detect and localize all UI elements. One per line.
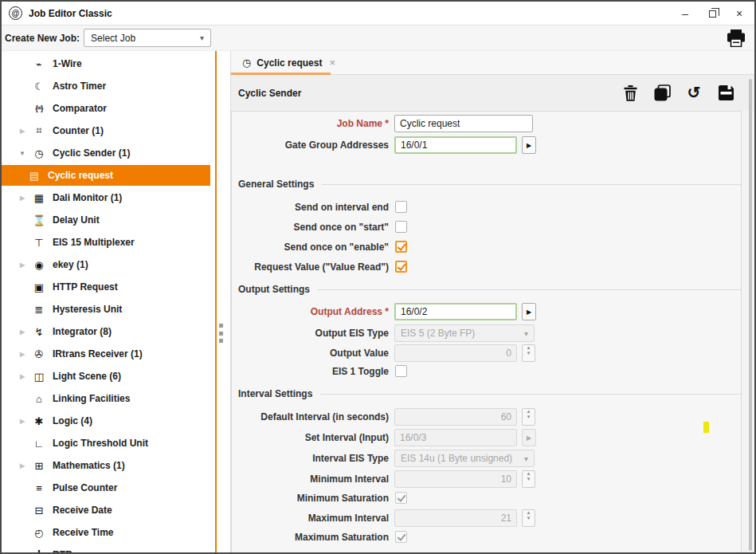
gate-group-addresses-input[interactable] xyxy=(394,136,517,154)
expander-collapsed-icon[interactable]: ▶ xyxy=(18,328,27,336)
expander-collapsed-icon[interactable]: ▶ xyxy=(18,261,27,269)
sidebar-item-light-scene[interactable]: ▶◫Light Scene (6) xyxy=(2,365,210,387)
close-button[interactable]: × xyxy=(732,6,746,21)
sidebar-item-integrator[interactable]: ▶↯Integrator (8) xyxy=(2,320,210,343)
delete-job-button[interactable] xyxy=(621,84,639,102)
output-address-input[interactable] xyxy=(394,303,517,320)
duplicate-job-button[interactable] xyxy=(653,84,671,102)
sidebar-item-mathematics[interactable]: ▶⊞Mathematics (1) xyxy=(2,454,210,477)
sidebar-item-counter[interactable]: ▶⌗Counter (1) xyxy=(2,120,210,142)
item-label: Integrator (8) xyxy=(53,326,112,337)
minimum-saturation-checkbox[interactable] xyxy=(395,492,407,504)
sidebar-item-receive-date[interactable]: ⊟Receive Date xyxy=(2,499,210,521)
sidebar-item-irtrans-receiver[interactable]: ▶✇IRtrans Receiver (1) xyxy=(2,343,210,365)
item-label: Light Scene (6) xyxy=(53,371,121,382)
dali-monitor-icon: ▦ xyxy=(32,192,46,204)
reset-job-button[interactable]: ↺ xyxy=(685,84,703,102)
item-label: ekey (1) xyxy=(53,259,88,270)
form-row-request-value: Request Value ("Value Read") xyxy=(232,261,741,273)
request-value-checkbox[interactable] xyxy=(395,261,407,273)
sidebar-item-linking-facilities[interactable]: ⌂Linking Facilities xyxy=(2,387,210,410)
expander-collapsed-icon[interactable]: ▶ xyxy=(18,351,27,358)
item-label: EIS 15 Multiplexer xyxy=(53,237,135,248)
maximum-interval-spin-buttons[interactable]: ▴▾ xyxy=(522,509,535,527)
sidebar-item-astro-timer[interactable]: ☾Astro Timer xyxy=(2,75,210,97)
minimum-interval-spin-buttons[interactable]: ▴▾ xyxy=(522,470,535,488)
minimum-interval-spinner[interactable] xyxy=(394,470,517,488)
output-address-picker-button[interactable]: ▶ xyxy=(522,303,536,320)
job-name-input[interactable] xyxy=(394,115,533,132)
minimize-button[interactable]: – xyxy=(678,6,692,21)
send-once-on-enable-checkbox[interactable] xyxy=(395,241,407,253)
sidebar-item-1-wire[interactable]: ⌁1-Wire xyxy=(2,53,210,75)
expander-collapsed-icon[interactable]: ▶ xyxy=(18,462,27,470)
expander-collapsed-icon[interactable]: ▶ xyxy=(18,418,27,425)
sidebar-item-comparator[interactable]: {=}Comparator xyxy=(2,97,210,120)
sidebar-item-pulse-counter[interactable]: ≡Pulse Counter xyxy=(2,477,210,499)
save-job-button[interactable] xyxy=(717,84,734,102)
eis-1-toggle-label: EIS 1 Toggle xyxy=(232,365,389,378)
gate-group-picker-button[interactable]: ▶ xyxy=(522,136,536,154)
sidebar-item-logic-threshold-unit[interactable]: ∟Logic Threshold Unit xyxy=(2,432,210,454)
main-scrollbar[interactable] xyxy=(749,79,752,551)
sidebar-item-hysteresis-unit[interactable]: ≣Hysteresis Unit xyxy=(2,298,210,320)
right-arrow-icon: ▶ xyxy=(527,142,531,149)
sidebar-item-cyclic-request[interactable]: ▤Cyclic request xyxy=(2,165,210,186)
sidebar-item-ekey[interactable]: ▶◉ekey (1) xyxy=(2,253,210,276)
send-on-interval-end-checkbox[interactable] xyxy=(395,201,407,213)
send-once-on-start-checkbox[interactable] xyxy=(395,221,407,233)
thermostat-icon: ╏ xyxy=(32,549,46,553)
output-eis-type-select[interactable]: EIS 5 (2 Byte FP) ▾ xyxy=(394,324,535,342)
set-interval-input[interactable] xyxy=(394,429,517,446)
tab-close-icon[interactable]: × xyxy=(329,57,335,69)
app-window: @ Job Editor Classic – × Create New Job:… xyxy=(0,0,756,554)
expander-collapsed-icon[interactable]: ▶ xyxy=(18,373,27,380)
tab-cyclic-request[interactable]: ◷ Cyclic request × xyxy=(231,51,347,74)
sidebar-item-eis15-multiplexer[interactable]: ⊤EIS 15 Multiplexer xyxy=(2,231,210,253)
expander-collapsed-icon[interactable]: ▶ xyxy=(18,128,27,135)
item-label: RTR xyxy=(53,549,72,552)
sidebar-item-rtr[interactable]: ╏RTR xyxy=(2,544,210,552)
sidebar-splitter-handle[interactable] xyxy=(219,324,225,343)
sidebar-item-cyclic-sender[interactable]: ▼◷Cyclic Sender (1) xyxy=(2,142,210,164)
undo-icon: ↺ xyxy=(687,84,701,100)
item-label: 1-Wire xyxy=(53,58,82,69)
form-row-set-interval: Set Interval (Input) ▶ xyxy=(232,429,741,446)
default-interval-spinner[interactable] xyxy=(394,408,517,426)
multiplexer-icon: ⊤ xyxy=(32,237,46,249)
request-value-label: Request Value ("Value Read") xyxy=(232,261,389,273)
eis-1-toggle-checkbox[interactable] xyxy=(395,365,407,377)
chevron-down-icon: ▾ xyxy=(200,33,204,42)
job-settings-form: Job Name * Gate Group Addresses ▶ Genera… xyxy=(231,111,742,553)
interval-settings-title: Interval Settings xyxy=(238,388,312,399)
general-settings-title: General Settings xyxy=(238,179,314,190)
item-label: Logic (4) xyxy=(53,415,92,426)
spin-down-icon: ▾ xyxy=(527,479,531,485)
sidebar-item-logic[interactable]: ▶✱Logic (4) xyxy=(2,410,210,432)
expander-collapsed-icon[interactable]: ▶ xyxy=(18,194,27,202)
maximum-saturation-checkbox[interactable] xyxy=(395,531,407,543)
cyclic-sender-icon: ◷ xyxy=(32,147,46,159)
item-label: Hysteresis Unit xyxy=(53,304,122,315)
send-on-interval-end-label: Send on interval end xyxy=(232,201,389,214)
sidebar-item-receive-time[interactable]: ◴Receive Time xyxy=(2,521,210,544)
minimum-interval-label: Minimum Interval xyxy=(232,470,389,488)
item-label: Comparator xyxy=(53,103,107,114)
expander-expanded-icon[interactable]: ▼ xyxy=(18,150,27,157)
output-value-spin-buttons[interactable]: ▴▾ xyxy=(522,344,535,362)
maximum-interval-spinner[interactable] xyxy=(394,509,517,527)
print-button[interactable] xyxy=(726,29,746,48)
interval-eis-type-select[interactable]: EIS 14u (1 Byte unsigned) ▾ xyxy=(394,450,535,467)
set-interval-picker-button[interactable]: ▶ xyxy=(522,429,536,446)
hourglass-icon: ⌛ xyxy=(32,214,46,226)
sidebar-item-dali-monitor[interactable]: ▶▦Dali Monitor (1) xyxy=(2,187,210,209)
output-value-spinner[interactable] xyxy=(394,344,517,362)
section-output-settings: Output Settings xyxy=(232,283,741,296)
fingerprint-icon: ◉ xyxy=(32,259,46,271)
default-interval-spin-buttons[interactable]: ▴▾ xyxy=(522,408,535,426)
sidebar-item-delay-unit[interactable]: ⌛Delay Unit xyxy=(2,209,210,231)
restore-button[interactable] xyxy=(705,6,719,21)
job-type-select[interactable]: Select Job ▾ xyxy=(84,29,211,47)
sidebar-item-http-request[interactable]: ▣HTTP Request xyxy=(2,276,210,298)
gate-group-addresses-label: Gate Group Addresses xyxy=(232,136,389,154)
